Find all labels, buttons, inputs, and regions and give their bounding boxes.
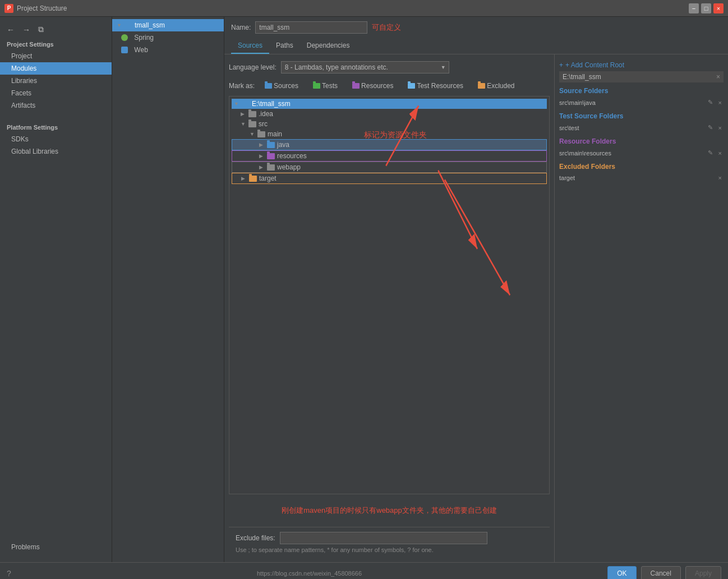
source-folder-controls: ✎ × bbox=[706, 98, 724, 107]
annotation-mark-as: 标记为资源文件夹 bbox=[364, 130, 427, 140]
excluded-folder-controls: × bbox=[717, 174, 724, 182]
resources-folder-icon-tree bbox=[267, 153, 275, 159]
test-source-folder-item: src\test ✎ × bbox=[559, 122, 724, 133]
path-close-icon[interactable]: × bbox=[716, 73, 720, 81]
root-folder-icon bbox=[242, 101, 250, 107]
add-icon: + bbox=[559, 61, 563, 69]
name-input[interactable] bbox=[255, 21, 367, 34]
sources-folder-icon bbox=[265, 83, 272, 89]
forward-button[interactable]: → bbox=[20, 24, 33, 35]
lang-level-label: Language level: bbox=[229, 63, 277, 71]
apply-button[interactable]: Apply bbox=[685, 566, 721, 579]
cancel-button[interactable]: Cancel bbox=[641, 566, 681, 579]
excluded-folder-item: target × bbox=[559, 173, 724, 183]
maximize-button[interactable]: □ bbox=[701, 3, 711, 13]
excluded-folders-title: Excluded Folders bbox=[559, 163, 724, 171]
mark-excluded-button[interactable]: Excluded bbox=[473, 80, 519, 91]
edit-test-folder-button[interactable]: ✎ bbox=[706, 123, 715, 132]
sidebar-item-artifacts[interactable]: Artifacts bbox=[0, 99, 112, 112]
tree-item-resources[interactable]: resources bbox=[232, 150, 547, 162]
exclude-hint: Use ; to separate name patterns, * for a… bbox=[236, 546, 543, 553]
back-button[interactable]: ← bbox=[4, 24, 17, 35]
remove-resource-folder-button[interactable]: × bbox=[717, 149, 724, 157]
tests-folder-icon bbox=[313, 83, 320, 89]
tree-item-java[interactable]: java bbox=[232, 139, 547, 150]
sidebar-item-libraries[interactable]: Libraries bbox=[0, 75, 112, 87]
exclude-section: Exclude files: Use ; to separate name pa… bbox=[229, 527, 550, 558]
remove-source-folder-button[interactable]: × bbox=[717, 98, 724, 107]
sidebar-item-facets[interactable]: Facets bbox=[0, 87, 112, 99]
ok-button[interactable]: OK bbox=[607, 566, 636, 579]
add-content-root-button[interactable]: + + Add Content Root bbox=[559, 59, 624, 71]
minimize-button[interactable]: − bbox=[689, 3, 699, 13]
main-expand-arrow bbox=[250, 131, 255, 137]
source-folder-item-java: src\main\java ✎ × bbox=[559, 97, 724, 108]
help-button[interactable]: ? bbox=[7, 569, 11, 578]
resource-folders-title: Resource Folders bbox=[559, 137, 724, 145]
tab-paths[interactable]: Paths bbox=[269, 38, 300, 54]
window-controls[interactable]: − □ × bbox=[689, 3, 724, 13]
language-level-row: Language level: 8 - Lambdas, type annota… bbox=[229, 59, 550, 78]
tab-dependencies[interactable]: Dependencies bbox=[300, 38, 357, 54]
target-expand-arrow bbox=[241, 176, 247, 181]
content-split: Language level: 8 - Lambdas, type annota… bbox=[224, 54, 728, 562]
close-button[interactable]: × bbox=[713, 3, 724, 13]
mark-sources-button[interactable]: Sources bbox=[260, 80, 303, 91]
left-panel: Language level: 8 - Lambdas, type annota… bbox=[224, 54, 554, 562]
root-expand-arrow bbox=[234, 101, 239, 107]
webapp-folder-icon bbox=[267, 164, 275, 171]
tree-area: E:\tmall_ssm .idea src bbox=[229, 96, 550, 494]
mark-tests-button[interactable]: Tests bbox=[308, 80, 342, 91]
webapp-expand-arrow bbox=[259, 164, 265, 170]
remove-test-folder-button[interactable]: × bbox=[717, 123, 724, 132]
bottom-bar: ? https://blog.csdn.net/weixin_45808666 … bbox=[0, 562, 728, 579]
tab-sources[interactable]: Sources bbox=[231, 38, 269, 54]
app-icon: P bbox=[4, 4, 13, 13]
tree-item-target[interactable]: target bbox=[232, 173, 547, 184]
tree-item-src[interactable]: src bbox=[232, 119, 547, 129]
name-annotation: 可自定义 bbox=[372, 22, 401, 33]
main-folder-icon bbox=[257, 131, 265, 137]
module-list: tmall_ssm Spring Web bbox=[112, 17, 224, 562]
resource-folder-controls: ✎ × bbox=[706, 149, 724, 157]
exclude-label: Exclude files: bbox=[236, 534, 275, 542]
mark-test-resources-button[interactable]: Test Resources bbox=[403, 80, 468, 91]
lang-level-select-wrapper[interactable]: 8 - Lambdas, type annotations etc. 11 - … bbox=[281, 61, 449, 73]
content-area: Name: 可自定义 Sources Paths Dependencies La… bbox=[224, 17, 728, 562]
tree-item-webapp[interactable]: webapp bbox=[232, 162, 547, 173]
module-item-tmall[interactable]: tmall_ssm bbox=[112, 19, 224, 31]
tree-item-root[interactable]: E:\tmall_ssm bbox=[232, 99, 547, 109]
target-folder-icon bbox=[249, 176, 257, 182]
edit-source-folder-button[interactable]: ✎ bbox=[706, 98, 715, 107]
module-item-spring[interactable]: Spring bbox=[112, 31, 224, 44]
web-icon bbox=[121, 47, 128, 53]
lang-level-select[interactable]: 8 - Lambdas, type annotations etc. 11 - … bbox=[281, 61, 449, 73]
title-bar: P Project Structure − □ × bbox=[0, 0, 728, 17]
sidebar-item-global-libraries[interactable]: Global Libraries bbox=[0, 145, 112, 158]
tree-item-idea[interactable]: .idea bbox=[232, 109, 547, 119]
mark-as-row: Mark as: Sources Tests Resources bbox=[229, 78, 550, 96]
edit-resource-folder-button[interactable]: ✎ bbox=[706, 149, 715, 157]
sidebar-item-modules[interactable]: Modules bbox=[0, 62, 112, 75]
csdn-link: https://blog.csdn.net/weixin_45808666 bbox=[257, 570, 362, 577]
sidebar-toolbar: ← → ⧉ bbox=[0, 21, 112, 38]
tab-bar: Sources Paths Dependencies bbox=[224, 38, 728, 54]
remove-excluded-folder-button[interactable]: × bbox=[717, 174, 724, 182]
bottom-note: 刚创建maven项目的时候只有webapp文件夹，其他的需要自己创建 bbox=[229, 494, 550, 527]
test-folder-controls: ✎ × bbox=[706, 123, 724, 132]
src-folder-icon bbox=[248, 121, 256, 127]
sidebar-item-project[interactable]: Project bbox=[0, 50, 112, 62]
spring-icon bbox=[121, 34, 128, 41]
module-folder-icon bbox=[125, 22, 132, 29]
module-item-web[interactable]: Web bbox=[112, 44, 224, 56]
src-expand-arrow bbox=[241, 121, 246, 127]
resources-folder-icon bbox=[352, 83, 360, 89]
java-folder-icon bbox=[267, 142, 275, 148]
sidebar-item-problems[interactable]: Problems bbox=[0, 541, 112, 558]
sidebar: ← → ⧉ Project Settings Project Modules L… bbox=[0, 17, 112, 562]
mark-resources-button[interactable]: Resources bbox=[348, 80, 398, 91]
right-panel: + + Add Content Root E:\tmall_ssm × Sour… bbox=[554, 54, 728, 562]
sidebar-item-sdks[interactable]: SDKs bbox=[0, 133, 112, 145]
copy-button[interactable]: ⧉ bbox=[36, 24, 46, 35]
exclude-input[interactable] bbox=[280, 532, 487, 544]
